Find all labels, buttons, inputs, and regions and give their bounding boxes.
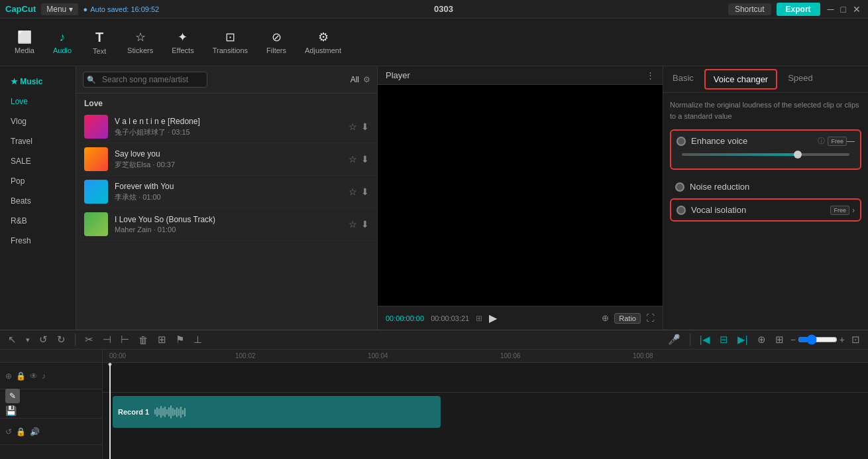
toolbar-media[interactable]: ⬜ Media (7, 26, 42, 58)
edit-button[interactable]: ✎ (5, 389, 20, 403)
audio-track-icon[interactable]: ♪ (42, 371, 46, 381)
play-button[interactable]: ▶ (489, 312, 497, 324)
vocal-isolation-toggle[interactable] (677, 206, 686, 215)
close-icon[interactable]: ✕ (851, 4, 863, 15)
enhance-voice-slider[interactable] (682, 153, 849, 156)
enhance-voice-row[interactable]: Enhance voice ⓘ Free — (670, 129, 861, 170)
sidebar-item-fresh[interactable]: Fresh (0, 231, 76, 251)
export-button[interactable]: Export (777, 3, 820, 16)
split-track-button[interactable]: ⊕ (755, 332, 769, 347)
audio-volume-icon[interactable]: 🔊 (30, 427, 40, 436)
time-total: 00:00:03:21 (431, 314, 469, 322)
player-header: Player ⋮ (378, 66, 663, 85)
zoom-in-button[interactable]: + (840, 334, 845, 345)
toolbar-adjustment[interactable]: ⚙ Adjustment (297, 26, 349, 58)
sidebar-item-vlog[interactable]: Vlog (0, 111, 76, 131)
filters-label: Filters (266, 46, 286, 54)
vocal-isolation-badge: Free (830, 206, 849, 215)
crop-button[interactable]: ⊕ (602, 313, 609, 324)
download-button[interactable]: ⬇ (361, 186, 369, 197)
toolbar-effects[interactable]: ✦ Effects (164, 26, 201, 58)
list-item[interactable]: Forever with You 李承炫 · 01:00 ☆ ⬇ (76, 176, 377, 208)
song-info: V a l e n t i n e [Redone] 兔子小姐球球了 · 03:… (115, 117, 342, 137)
mic-button[interactable]: 🎤 (665, 332, 683, 347)
tab-speed[interactable]: Speed (779, 66, 822, 92)
tab-basic[interactable]: Basic (663, 66, 703, 92)
split-left-button[interactable]: ⊢ (118, 332, 132, 347)
search-input[interactable] (83, 72, 207, 88)
list-item[interactable]: I Love You So (Bonus Track) Maher Zain ·… (76, 208, 377, 241)
enhance-voice-toggle[interactable] (677, 137, 686, 146)
add-video-icon[interactable]: ⊕ (5, 371, 12, 381)
sidebar-item-sale[interactable]: SALE (0, 151, 76, 171)
filter-icon[interactable]: ⚙ (363, 75, 370, 84)
fit-button[interactable]: ⊟ (717, 332, 731, 347)
enhance-voice-badge: Free (828, 137, 847, 146)
list-item[interactable]: V a l e n t i n e [Redone] 兔子小姐球球了 · 03:… (76, 111, 377, 143)
eye-icon[interactable]: 👁 (30, 371, 38, 381)
maximize-icon[interactable]: □ (839, 4, 848, 15)
favorite-button[interactable]: ☆ (349, 186, 357, 197)
download-button[interactable]: ⬇ (361, 219, 369, 230)
next-clip-button[interactable]: ▶| (735, 332, 751, 347)
align-button[interactable]: ⊥ (191, 332, 205, 347)
save-icon-button[interactable]: 💾 (5, 405, 17, 416)
ruler-mark-4: 100:08 (633, 352, 653, 360)
vocal-isolation-row[interactable]: Vocal isolation Free › (670, 198, 861, 222)
sidebar-item-beats[interactable]: Beats (0, 191, 76, 211)
toolbar-stickers[interactable]: ☆ Stickers (119, 26, 161, 58)
group-button[interactable]: ⊞ (155, 332, 169, 347)
music-category: Love (76, 94, 377, 111)
sidebar-music-section[interactable]: ★ ★ MusicMusic (0, 72, 76, 92)
zoom-out-button[interactable]: − (790, 334, 796, 345)
prev-clip-button[interactable]: |◀ (697, 332, 713, 347)
list-item[interactable]: Say love you 罗芝欲Elsa · 00:37 ☆ ⬇ (76, 143, 377, 176)
sidebar-item-pop[interactable]: Pop (0, 171, 76, 191)
noise-reduction-row[interactable]: Noise reduction (670, 175, 861, 198)
redo-button[interactable]: ↻ (54, 332, 68, 347)
toolbar-text[interactable]: T Text (82, 26, 117, 59)
fit-view-button[interactable]: ⊡ (849, 332, 863, 347)
menu-button[interactable]: Menu ▾ (41, 3, 78, 15)
shortcut-button[interactable]: Shortcut (728, 3, 771, 15)
toolbar-audio[interactable]: ♪ Audio (45, 27, 80, 58)
download-button[interactable]: ⬇ (361, 154, 369, 164)
music-panel: All ⚙ Love V a l e n t i n e [Redone] 兔子… (76, 66, 378, 330)
loop-icon[interactable]: ↺ (5, 427, 12, 436)
undo-button[interactable]: ↺ (36, 332, 50, 347)
audio-lock-icon[interactable]: 🔒 (16, 427, 26, 436)
favorite-button[interactable]: ☆ (349, 219, 357, 230)
cursor-head: ▼ (107, 361, 113, 369)
split-right-button[interactable]: ⊣ (100, 332, 114, 347)
sidebar-item-rb[interactable]: R&B (0, 211, 76, 231)
zoom-slider[interactable] (798, 334, 838, 345)
main-content: ★ ★ MusicMusic Love Vlog Travel SALE Pop… (0, 66, 868, 330)
ratio-badge[interactable]: Ratio (614, 313, 641, 324)
download-button[interactable]: ⬇ (361, 121, 369, 132)
lock-icon[interactable]: 🔒 (16, 371, 26, 381)
player-menu-button[interactable]: ⋮ (646, 70, 655, 80)
toolbar-transitions[interactable]: ⊡ Transitions (205, 26, 256, 58)
song-actions: ☆ ⬇ (349, 186, 369, 197)
cursor-dropdown-button[interactable]: ▾ (23, 334, 32, 346)
favorite-button[interactable]: ☆ (349, 121, 357, 132)
separator (690, 334, 690, 346)
noise-reduction-toggle[interactable] (675, 182, 684, 192)
fullscreen-button[interactable]: ⛶ (646, 313, 655, 324)
add-track-button[interactable]: ⊞ (773, 332, 787, 347)
delete-button[interactable]: 🗑 (136, 333, 151, 347)
panel-content: Normalize the original loudness of the s… (663, 93, 868, 330)
sidebar-item-travel[interactable]: Travel (0, 131, 76, 151)
audio-clip[interactable]: Record 1 (113, 396, 441, 428)
minimize-icon[interactable]: ─ (826, 4, 836, 15)
favorite-button[interactable]: ☆ (349, 154, 357, 164)
select-tool-button[interactable]: ↖ (5, 332, 19, 347)
flag-button[interactable]: ⚑ (173, 332, 187, 347)
tab-voice-changer[interactable]: Voice changer (704, 69, 777, 90)
toolbar-filters[interactable]: ⊘ Filters (258, 26, 294, 58)
player-area: Player ⋮ 00:00:00:00 00:00:03:21 ⊞ ▶ ⊕ R… (378, 66, 663, 330)
panel-tabs: Basic Voice changer Speed (663, 66, 868, 93)
all-filter-button[interactable]: All (351, 75, 359, 84)
sidebar-item-love[interactable]: Love (0, 92, 76, 111)
split-button[interactable]: ✂ (82, 332, 96, 347)
